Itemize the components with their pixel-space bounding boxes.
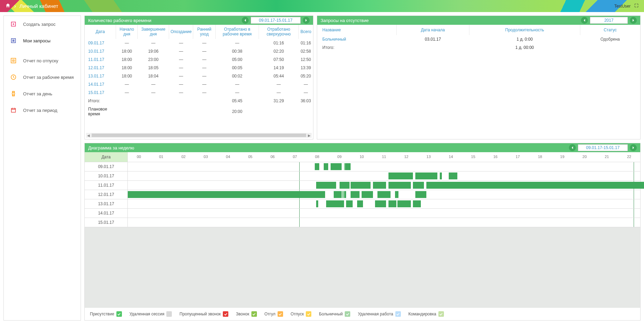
legend-item[interactable]: Отгул: [264, 311, 283, 317]
abs-col-header: Статус: [580, 25, 640, 35]
wt-row[interactable]: 10.01.1718:0019:06——00:3802:2002:58: [85, 47, 313, 55]
list-icon: [10, 37, 17, 44]
diagram-hour-label: 05: [239, 152, 262, 162]
diagram-range[interactable]: 09.01.17-15.01.17: [578, 144, 628, 151]
legend-label: Отгул: [264, 312, 276, 316]
breadcrumb-chevron-icon: ›: [14, 3, 16, 9]
diagram-hour-label: 12: [395, 152, 417, 162]
diagram-row: 11.01.17: [85, 181, 640, 190]
scroll-thumb[interactable]: [92, 134, 306, 137]
svg-point-3: [13, 60, 14, 62]
wt-plan: Плановое время20:00: [85, 105, 313, 118]
workday-boundary-line: [299, 209, 300, 218]
sidebar-item-label: Отчет за день: [23, 91, 52, 96]
watch-icon: [10, 90, 17, 97]
legend-item[interactable]: Командировка: [408, 311, 444, 317]
sun-icon: [10, 57, 17, 64]
legend-swatch: [306, 311, 311, 317]
calendar-icon: [10, 107, 17, 114]
legend-item[interactable]: Отпуск: [291, 311, 311, 317]
workday-boundary-line: [634, 190, 634, 199]
legend-label: Отпуск: [291, 312, 304, 316]
worktime-range[interactable]: 09.01.17-15.01.17: [251, 17, 301, 24]
diagram-hour-label: 17: [507, 152, 529, 162]
absence-title: Запросы на отсутствие: [321, 18, 368, 23]
diagram-row: 13.01.17: [85, 199, 640, 209]
workday-boundary-line: [634, 199, 634, 208]
sidebar-item-label: Отчет по отпуску: [23, 58, 58, 63]
diagram-hour-label: 22: [618, 152, 640, 162]
abs-row[interactable]: Больничный03.01.171 д. 0:00Одобрена: [317, 35, 640, 43]
wt-col-header: Завершение дня: [138, 25, 169, 39]
legend-item[interactable]: Удаленная работа: [358, 311, 401, 317]
diagram-hour-label: 11: [373, 152, 395, 162]
diagram-row: 10.01.17: [85, 171, 640, 181]
presence-segment: [362, 191, 373, 198]
legend-label: Командировка: [408, 312, 436, 316]
fullscreen-icon[interactable]: [634, 3, 639, 9]
sidebar-item-4[interactable]: Отчет за день: [4, 85, 81, 102]
legend-swatch: [438, 311, 444, 317]
presence-segment: [373, 182, 386, 189]
workday-boundary-line: [299, 199, 300, 208]
diagram-row: 14.01.17: [85, 209, 640, 218]
legend-label: Удаленная сессия: [129, 312, 165, 316]
worktime-prev-button[interactable]: [242, 17, 249, 24]
diagram-empty-area: [85, 227, 640, 308]
legend-label: Пропущенный звонок: [179, 312, 221, 316]
workday-boundary-line: [299, 162, 300, 171]
diagram-prev-button[interactable]: [569, 144, 576, 151]
wt-row[interactable]: 09.01.17—————01:1601:16: [85, 39, 313, 47]
scroll-left-icon[interactable]: ◀: [86, 133, 91, 138]
diagram-title: Диаграмма за неделю: [88, 145, 134, 150]
legend-item[interactable]: Присутствие: [90, 311, 122, 317]
workday-boundary-line: [634, 218, 634, 227]
wt-row[interactable]: 13.01.1718:0018:04——00:0205:4405:20: [85, 72, 313, 80]
presence-segment: [440, 173, 442, 179]
legend-item[interactable]: Больничный: [319, 311, 350, 317]
page-title: Личный кабинет: [19, 3, 58, 9]
wt-row[interactable]: 12.01.1718:0018:05——00:0514:1913:39: [85, 64, 313, 72]
abs-col-header: Дата начала: [396, 25, 469, 35]
legend-label: Удаленная работа: [358, 312, 393, 316]
wt-row[interactable]: 11.01.1718:0023:00——05:0007:5012:50: [85, 55, 313, 64]
diagram-header: Дата000102030405060708091011121314151617…: [85, 152, 640, 162]
sidebar-item-2[interactable]: Отчет по отпуску: [4, 52, 81, 69]
legend-item[interactable]: Удаленная сессия: [129, 311, 172, 317]
diagram-hour-label: 18: [529, 152, 551, 162]
workday-boundary-line: [299, 171, 300, 180]
home-icon[interactable]: [5, 3, 11, 9]
wt-col-header: Дата: [85, 25, 116, 39]
worktime-panel: Количество рабочего времени 09.01.17-15.…: [84, 15, 313, 139]
presence-segment: [316, 200, 318, 207]
clock-icon: [10, 74, 17, 81]
wt-row[interactable]: 15.01.17———————: [85, 88, 313, 97]
diagram-panel: Диаграмма за неделю 09.01.17-15.01.17 Да…: [84, 143, 641, 321]
diagram-date-cell: 11.01.17: [85, 181, 128, 190]
diagram-hour-label: 20: [573, 152, 596, 162]
workday-boundary-line: [634, 209, 634, 218]
worktime-next-button[interactable]: [303, 17, 310, 24]
legend-item[interactable]: Пропущенный звонок: [179, 311, 228, 317]
diagram-date-cell: 14.01.17: [85, 209, 128, 218]
diagram-next-button[interactable]: [630, 144, 637, 151]
sidebar-item-3[interactable]: Отчет за рабочее время: [4, 69, 81, 85]
wt-col-header: Отработано сверхурочно: [259, 25, 299, 39]
legend-swatch: [278, 311, 283, 317]
sidebar-item-5[interactable]: Отчет за период: [4, 102, 81, 118]
presence-segment: [426, 182, 644, 189]
legend-label: Звонок: [236, 312, 249, 316]
presence-segment: [128, 191, 325, 198]
scroll-right-icon[interactable]: ▶: [307, 133, 312, 138]
absence-range[interactable]: 2017: [590, 17, 628, 24]
user-name[interactable]: TestUser: [614, 4, 631, 9]
sidebar-item-0[interactable]: Создать запрос: [4, 16, 81, 32]
sidebar-item-1[interactable]: Мои запросы: [4, 32, 81, 49]
presence-segment: [315, 163, 319, 170]
legend-item[interactable]: Звонок: [236, 311, 257, 317]
absence-prev-button[interactable]: [581, 17, 588, 24]
diagram-hour-label: 02: [172, 152, 195, 162]
worktime-hscroll[interactable]: ◀ ▶: [86, 133, 312, 138]
wt-row[interactable]: 14.01.17———————: [85, 80, 313, 88]
absence-next-button[interactable]: [630, 17, 637, 24]
